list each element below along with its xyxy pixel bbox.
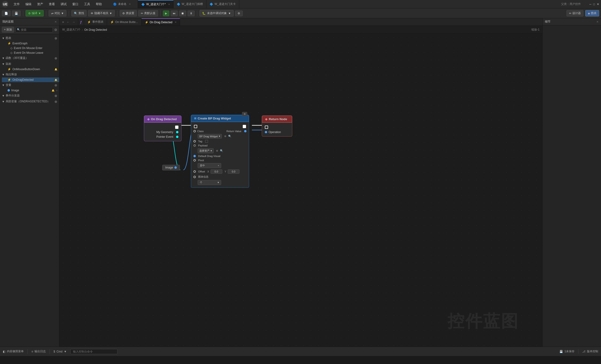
offset-y-input[interactable]: [228, 169, 240, 174]
drag-tab-close[interactable]: ✕: [175, 21, 177, 23]
cmd-input[interactable]: [70, 349, 117, 354]
on-mouse-leave-item[interactable]: ◇ Event On Mouse Leave: [2, 50, 59, 55]
functions-add-btn[interactable]: ⊕: [54, 56, 57, 60]
window-tab-level[interactable]: 🔷 W_遗迹大门关卡: [206, 0, 239, 8]
right-panel-close[interactable]: ✕: [596, 20, 599, 23]
tag-in-pin[interactable]: [193, 140, 196, 142]
close-unnamed-tab[interactable]: ✕: [129, 3, 131, 5]
graph-mode-btn[interactable]: ◈ 图表: [585, 10, 599, 16]
content-sidebar-btn[interactable]: ◧ 内容侧滑菜单: [3, 349, 24, 354]
class-in-pin[interactable]: [193, 130, 196, 132]
close-btn-window[interactable]: ✕: [597, 3, 599, 6]
mouse-section-header[interactable]: ▼ 鼠标: [0, 61, 59, 67]
unsaved-count[interactable]: 💾 1未保存: [560, 349, 574, 354]
event-node-header[interactable]: ◈ On Drag Detected: [144, 116, 181, 123]
event-dispatchers-header[interactable]: ▼ 事件分发器 ⊕: [0, 93, 59, 98]
new-btn[interactable]: 📄: [2, 10, 10, 16]
graph-nav-list[interactable]: ≡: [61, 20, 65, 24]
pivot-in-pin[interactable]: [193, 159, 196, 161]
node-options-btn[interactable]: ⊞: [242, 112, 247, 116]
hide-dropdown-arrow[interactable]: ▼: [110, 12, 112, 15]
menu-help[interactable]: 帮助: [93, 1, 104, 7]
graph-tab-mouse[interactable]: ⚡ On Mouse Butte...: [107, 18, 141, 26]
class-goto-icon[interactable]: 🔍: [228, 135, 231, 138]
event-exec-out-pin[interactable]: [175, 126, 179, 129]
dispatchers-add-btn[interactable]: ⊕: [54, 94, 57, 98]
designer-mode-btn[interactable]: ✏ 设计器: [567, 10, 583, 16]
local-variables-header[interactable]: ▼ 局部变量（ONDRAGDETECTED） ⊕: [0, 98, 59, 104]
minimize-btn[interactable]: ─: [589, 3, 591, 6]
graph-nav-back[interactable]: ←: [66, 20, 70, 24]
block-info-dropdown[interactable]: 个 ▾: [198, 180, 221, 185]
debug-target-btn[interactable]: 🐛 未选中调试对象 ▼: [200, 10, 234, 16]
compare-arrow[interactable]: ▼: [61, 12, 64, 15]
breadcrumb-root[interactable]: W_遗迹大门个: [62, 28, 80, 32]
payload-add-icon[interactable]: ⊕: [216, 149, 218, 152]
graph-tab-event[interactable]: ⚡ 事件图表: [84, 18, 107, 26]
tag-checkbox[interactable]: [205, 140, 208, 143]
compare-btn[interactable]: ⇌ 对比 ▼: [49, 10, 66, 16]
version-control-btn[interactable]: ⎇ 版本控制: [582, 349, 598, 354]
menu-assets[interactable]: 资产: [35, 1, 46, 7]
image-node-out-pin[interactable]: [174, 166, 177, 169]
save-btn[interactable]: 💾: [12, 10, 21, 16]
on-mouse-enter-item[interactable]: ◇ Event On Mouse Enter: [2, 46, 59, 50]
window-tab-slot[interactable]: 🔷 W_遗迹大门插槽: [173, 0, 206, 8]
blueprint-search-input[interactable]: [16, 27, 53, 32]
variables-add-btn[interactable]: ⊕: [54, 83, 57, 87]
search-btn[interactable]: 🔍 查找: [71, 10, 87, 16]
graph-add-btn[interactable]: ⊕: [54, 36, 57, 40]
return-value-pin[interactable]: [244, 130, 247, 132]
return-exec-in-pin[interactable]: [265, 126, 268, 129]
payload-search-icon[interactable]: 🔍: [220, 149, 223, 152]
offset-x-input[interactable]: [210, 169, 222, 174]
blueprint-canvas[interactable]: ◈ On Drag Detected My Geometry: [60, 34, 542, 347]
left-panel-close[interactable]: ✕: [54, 20, 57, 23]
event-graph-item[interactable]: ⚡ EventGraph: [2, 41, 59, 46]
compile-dropdown-arrow[interactable]: ▼: [38, 12, 41, 15]
graph-tab-drag[interactable]: ⚡ On Drag Detected ✕: [141, 18, 180, 26]
offset-in-pin[interactable]: [193, 170, 196, 173]
default-drag-visual-pin[interactable]: [193, 155, 196, 157]
create-exec-out-pin[interactable]: [243, 125, 246, 128]
my-geometry-pin[interactable]: [176, 131, 179, 133]
class-defaults-btn[interactable]: ✏ 类默认值: [138, 10, 158, 16]
menu-file[interactable]: 文件: [11, 1, 22, 7]
menu-debug[interactable]: 调试: [58, 1, 69, 7]
graph-section-header[interactable]: ▼ 图表 ⊕: [0, 35, 59, 41]
graph-nav-forward[interactable]: →: [71, 20, 76, 24]
functions-section-header[interactable]: ▼ 函数（35可覆盖） ⊕: [0, 55, 59, 61]
stop-btn[interactable]: ⏹: [179, 10, 186, 16]
panel-settings-icon[interactable]: ⚙: [54, 28, 57, 32]
menu-view[interactable]: 查看: [47, 1, 57, 7]
add-item-btn[interactable]: + 添加: [2, 27, 14, 33]
local-vars-add-btn[interactable]: ⊕: [54, 100, 57, 104]
on-drag-detected-item[interactable]: ⚡ OnDragDetected 🔔: [2, 78, 59, 82]
class-dropdown[interactable]: BP Drag Widget ▾: [198, 134, 222, 138]
class-search-icon[interactable]: ⊕: [224, 135, 226, 138]
pointer-event-pin[interactable]: [176, 136, 179, 138]
play-btn[interactable]: ▶: [163, 10, 169, 16]
window-tab-unnamed[interactable]: 🔵 未命名 ✕: [110, 0, 138, 8]
payload-in-pin[interactable]: [193, 144, 196, 147]
menu-tools[interactable]: 工具: [82, 1, 92, 7]
class-settings-btn[interactable]: ⚙ 类设置: [120, 10, 137, 16]
image-variable-item[interactable]: Image 🔔 ›: [2, 88, 59, 93]
pivot-dropdown[interactable]: 居中 ▾: [198, 163, 221, 168]
hide-unrelated-btn[interactable]: 👁 隐藏不相关 ▼: [88, 10, 115, 16]
payload-dropdown[interactable]: 选择资产 ▾: [198, 148, 214, 153]
block-info-pin[interactable]: [193, 176, 196, 178]
operation-pin[interactable]: [265, 131, 267, 133]
drag-section-header[interactable]: ▼ 拖拉释放: [0, 72, 59, 78]
output-log-btn[interactable]: ≡ 输出日志: [31, 349, 46, 354]
image-node[interactable]: Image: [162, 165, 180, 170]
menu-edit[interactable]: 编辑: [23, 1, 34, 7]
menu-window[interactable]: 窗口: [70, 1, 81, 7]
restore-btn[interactable]: □: [593, 3, 595, 6]
on-mouse-button-down-item[interactable]: ⚡ OnMouseButtonDown 🔔: [2, 67, 59, 72]
return-node-header[interactable]: ◈ Return Node: [262, 116, 292, 123]
debug-extra-btn[interactable]: ⚙: [235, 10, 243, 16]
pause-btn[interactable]: ⏸: [188, 10, 195, 16]
window-tab-w-door[interactable]: 🔷 W_遗迹大门个* ✕: [138, 0, 173, 8]
variables-section-header[interactable]: ▼ 变量 ⊕: [0, 82, 59, 88]
